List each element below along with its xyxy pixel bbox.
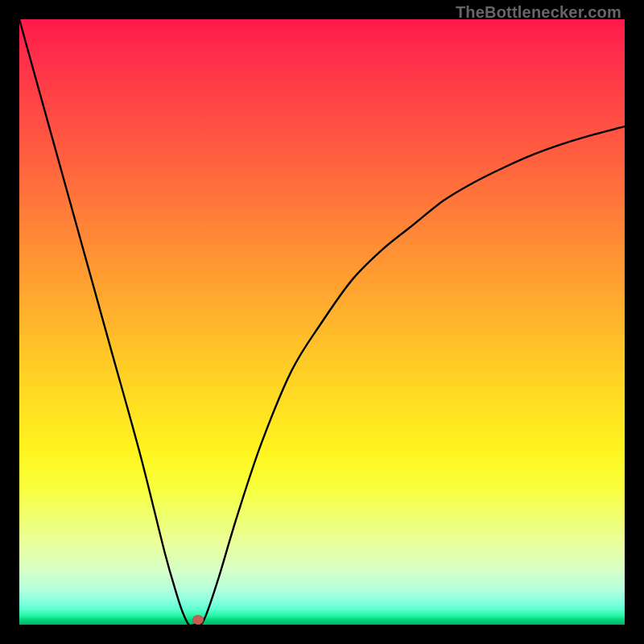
chart-frame: TheBottlenecker.com [0, 0, 644, 644]
plot-area [19, 19, 625, 625]
bottleneck-curve [19, 19, 625, 625]
optimal-point-marker [192, 615, 204, 625]
